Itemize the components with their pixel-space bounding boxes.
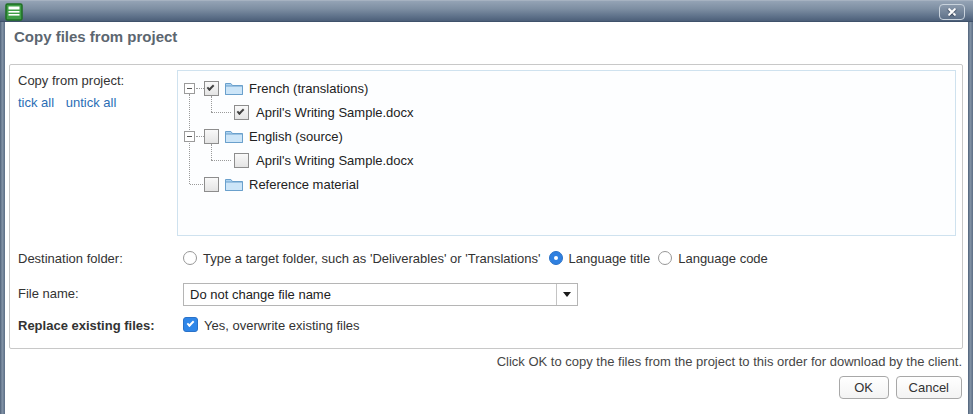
tree-checkbox[interactable]: [204, 177, 219, 192]
dialog-window: Copy files from project Copy from projec…: [0, 0, 973, 414]
tree-row-file[interactable]: April's Writing Sample.docx: [178, 148, 955, 172]
button-row: OK Cancel: [839, 376, 962, 399]
tick-links: tick all untick all: [18, 95, 124, 110]
chevron-down-icon: [563, 292, 571, 297]
titlebar: [0, 0, 973, 22]
folder-icon: [225, 129, 243, 143]
tree-item-label: Reference material: [249, 177, 359, 192]
untick-all-link[interactable]: untick all: [66, 95, 117, 110]
tree-item-label: French (translations): [249, 81, 368, 96]
tree-item-label: English (source): [249, 129, 343, 144]
replace-existing-label: Replace existing files:: [18, 318, 155, 333]
destination-radio-group: Type a target folder, such as 'Deliverab…: [183, 247, 776, 269]
overwrite-checkbox-label: Yes, overwrite existing files: [204, 318, 360, 333]
tree-item-label: April's Writing Sample.docx: [256, 153, 414, 168]
project-file-tree: French (translations) April's Writing Sa…: [177, 70, 956, 236]
ok-button[interactable]: OK: [839, 376, 889, 399]
tree-checkbox[interactable]: [204, 81, 219, 96]
close-icon: [940, 5, 964, 19]
cancel-button[interactable]: Cancel: [896, 376, 962, 399]
tree-checkbox[interactable]: [234, 153, 249, 168]
collapse-icon[interactable]: [184, 131, 195, 142]
tree-row-folder[interactable]: Reference material: [178, 172, 955, 196]
combobox-dropdown-button[interactable]: [556, 284, 577, 305]
radio-language-code[interactable]: [658, 251, 672, 265]
tree-row-folder[interactable]: English (source): [178, 124, 955, 148]
close-button[interactable]: [939, 4, 965, 20]
folder-icon: [225, 177, 243, 191]
file-name-label: File name:: [18, 286, 79, 301]
radio-label: Language title: [569, 251, 651, 266]
radio-language-title[interactable]: [549, 251, 563, 265]
combobox-value: Do not change file name: [184, 284, 556, 305]
radio-target-folder[interactable]: [183, 251, 197, 265]
tree-row-file[interactable]: April's Writing Sample.docx: [178, 100, 955, 124]
tree-row-folder[interactable]: French (translations): [178, 76, 955, 100]
dialog-content: Copy files from project Copy from projec…: [5, 22, 968, 414]
dialog-title: Copy files from project: [14, 28, 177, 45]
tree-checkbox[interactable]: [204, 129, 219, 144]
radio-label: Language code: [678, 251, 768, 266]
footer-note: Click OK to copy the files from the proj…: [497, 354, 962, 369]
overwrite-checkbox[interactable]: [183, 317, 198, 332]
folder-icon: [225, 81, 243, 95]
destination-folder-label: Destination folder:: [18, 251, 123, 266]
radio-label: Type a target folder, such as 'Deliverab…: [203, 251, 541, 266]
form-box: Copy from project: tick all untick all: [9, 64, 963, 349]
copy-from-label: Copy from project:: [18, 73, 124, 88]
app-icon: [5, 3, 23, 21]
tree-checkbox[interactable]: [234, 105, 249, 120]
file-name-combobox[interactable]: Do not change file name: [183, 283, 578, 306]
collapse-icon[interactable]: [184, 83, 195, 94]
tree-item-label: April's Writing Sample.docx: [256, 105, 414, 120]
window-right-edge: [968, 22, 973, 414]
tick-all-link[interactable]: tick all: [18, 95, 54, 110]
